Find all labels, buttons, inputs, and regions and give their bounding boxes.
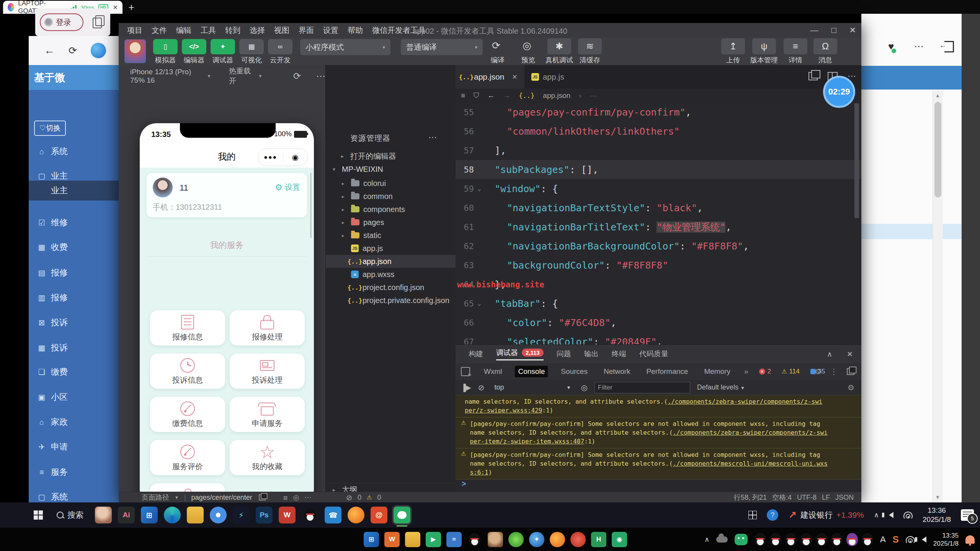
local-app-cam-green[interactable]: ◉ — [612, 532, 627, 547]
menu-工具[interactable]: 工具 — [201, 25, 216, 36]
levels-dropdown[interactable]: Default levels ▼ — [697, 383, 745, 391]
start-button[interactable] — [34, 510, 43, 520]
local-app-h-green[interactable]: H — [591, 532, 606, 547]
inspect-element-icon[interactable] — [461, 367, 470, 376]
help-icon[interactable]: ? — [767, 509, 778, 521]
cloud-sync-icon[interactable] — [716, 536, 728, 543]
problems-error-icon[interactable]: ⊘ — [346, 493, 352, 502]
taskbar-app-wps[interactable]: W — [279, 507, 296, 523]
compile-mode-dropdown[interactable]: 普通编译▾ — [401, 39, 483, 55]
taskbar-app-folder[interactable] — [187, 507, 204, 523]
taskbar-search[interactable]: 搜索 — [57, 510, 83, 520]
action-icon-消息[interactable]: Ω — [813, 38, 837, 54]
notification-icon[interactable]: 5 — [961, 509, 974, 521]
tree-item-components[interactable]: ▸components — [326, 203, 456, 216]
taskbar-app-wechat-active[interactable] — [394, 507, 410, 523]
menu-视图[interactable]: 视图 — [274, 25, 289, 36]
minimize-button[interactable]: — — [810, 26, 818, 35]
console-warning-1[interactable]: ⚠[pages/pay-confirm/pay-confirm] Some se… — [456, 417, 861, 448]
sidebar-item-申请[interactable]: ✈申请 — [29, 437, 119, 457]
health-extension-icon[interactable]: ♥ — [888, 41, 894, 52]
avatar[interactable] — [153, 178, 173, 197]
sidebar-item-系统[interactable]: ⌂系统 — [29, 142, 119, 161]
input-method-indicator[interactable]: A — [880, 535, 886, 544]
action-icon-上传[interactable]: ↥ — [721, 38, 745, 54]
sidebar-item-维修[interactable]: ☑维修 — [29, 213, 119, 233]
local-app-calc[interactable]: = — [446, 532, 462, 547]
menu-帮助[interactable]: 帮助 — [348, 25, 363, 36]
sougou-icon[interactable]: S — [893, 534, 899, 545]
console-warning-0[interactable]: name selectors, ID selectors, and attrib… — [456, 395, 861, 417]
sidebar-item-服务[interactable]: ≡服务 — [29, 462, 119, 482]
tree-item-project.private.config.json[interactable]: {..}project.private.config.json — [326, 294, 456, 307]
login-button[interactable]: 登录 — [40, 13, 83, 31]
tree-item-pages[interactable]: ▸pages — [326, 216, 456, 229]
back-icon[interactable]: ← — [44, 44, 55, 57]
close-panel-icon[interactable]: ✕ — [847, 350, 853, 359]
tray-qq-icon[interactable] — [800, 533, 812, 546]
local-app-folder[interactable] — [405, 532, 420, 547]
panel-tab-代码质量[interactable]: 代码质量 — [639, 349, 668, 359]
bell-icon[interactable] — [965, 535, 975, 544]
action-icon-版本管理[interactable]: ψ — [752, 38, 776, 54]
exit-icon[interactable] — [944, 41, 954, 52]
local-app-firefox[interactable] — [550, 532, 565, 547]
mini-program-capsule[interactable]: ●●● ◉ — [258, 148, 308, 166]
console-settings-icon[interactable]: ⚙ — [848, 383, 854, 392]
tree-item-app.wxss[interactable]: ≈app.wxss — [326, 268, 456, 281]
visibility-icon[interactable]: ◎ — [293, 493, 299, 502]
devtools-tab-Console[interactable]: Console — [515, 366, 548, 377]
editor-scrollbar[interactable] — [854, 103, 859, 218]
taskbar-app-user-photo[interactable] — [95, 507, 112, 523]
tree-item-colorui[interactable]: ▸colorui — [326, 177, 456, 190]
eye-icon[interactable]: ◎ — [581, 383, 587, 392]
user-avatar[interactable] — [124, 39, 146, 63]
local-app-green-dot[interactable] — [508, 532, 524, 547]
menu-转到[interactable]: 转到 — [225, 25, 240, 36]
maximize-button[interactable]: □ — [831, 26, 836, 35]
local-clock[interactable]: 13:352025/1/8 — [933, 531, 959, 548]
filter-input[interactable]: Filter — [595, 382, 690, 393]
toolbar-button-云开发[interactable]: ∞ — [268, 39, 292, 54]
taskbar-app-qq[interactable] — [302, 507, 318, 523]
taskbar-app-mail[interactable]: @ — [371, 507, 387, 523]
sidebar-item-缴费[interactable]: ❏缴费 — [29, 362, 119, 382]
menu-编辑[interactable]: 编辑 — [176, 25, 191, 36]
devtools-tab-Performance[interactable]: Performance — [644, 366, 691, 377]
close-button[interactable]: ✕ — [849, 26, 856, 35]
devtools-menu-icon[interactable]: ⋮ — [830, 367, 838, 376]
local-app-safari[interactable]: ✦ — [529, 532, 544, 547]
sidebar-item-报修[interactable]: ▤报修 — [29, 263, 119, 283]
toolbar-button-编辑器[interactable]: </> — [182, 39, 206, 54]
taskbar-app-ps[interactable]: Ps — [256, 507, 273, 523]
close-session-icon[interactable]: ✕ — [113, 4, 118, 11]
breadcrumb[interactable]: app.json — [543, 91, 570, 100]
scroll-up-icon[interactable]: ▲ — [935, 93, 940, 98]
problems-warning-icon[interactable]: ⚠ — [367, 494, 372, 501]
service-报修信息[interactable]: 报修信息 — [150, 310, 225, 346]
sidebar-item-投诉[interactable]: ▦投诉 — [29, 338, 119, 358]
tray-expand-icon[interactable]: ∧ — [874, 511, 879, 519]
local-app-qq[interactable] — [467, 532, 482, 547]
tree-item-project.config.json[interactable]: {..}project.config.json — [326, 281, 456, 294]
toolbar-button-可视化[interactable]: ▦ — [239, 39, 264, 54]
menu-文件[interactable]: 文件 — [152, 25, 167, 36]
panel-tab-构建[interactable]: 构建 — [469, 349, 483, 359]
action-icon-清缓存[interactable]: ≋ — [578, 38, 602, 54]
console-sidebar-icon[interactable]: ▐▶ — [461, 383, 471, 392]
taskbar-app-phone-link[interactable]: ☎ — [325, 507, 341, 523]
separate-window-icon[interactable]: ⧈ — [283, 494, 287, 502]
local-app-word[interactable]: W — [384, 532, 400, 547]
menu-项目[interactable]: 项目 — [127, 25, 142, 36]
sidebar-item-小区[interactable]: ▣小区 — [29, 387, 119, 407]
explorer-more-icon[interactable]: ⋯ — [428, 132, 437, 142]
nav-back-icon[interactable]: ← — [487, 91, 495, 100]
indent-setting[interactable]: 空格:4 — [772, 493, 792, 502]
tree-item-static[interactable]: ▸static — [326, 229, 456, 242]
tray-qq-icon[interactable] — [831, 533, 843, 546]
tab-app-json[interactable]: {..} app.json ✕ — [456, 65, 524, 89]
toolbar-button-模拟器[interactable]: ▯ — [153, 39, 178, 54]
network-icon[interactable] — [903, 512, 913, 518]
devtools-settings-icon[interactable]: ⚙ — [815, 367, 822, 376]
hot-reload-toggle[interactable]: 热重载 开 — [229, 66, 255, 86]
